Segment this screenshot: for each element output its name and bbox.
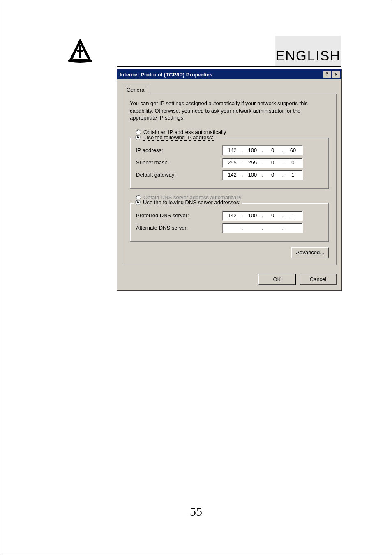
radio-use-ip[interactable]: Use the following IP address: [134, 134, 216, 141]
label-gateway: Default gateway: [136, 172, 222, 178]
ip-octet[interactable]: 255 [246, 159, 258, 166]
document-page: ENGLISH Internet Protocol (TCP/IP) Prope… [0, 0, 392, 555]
input-subnet-mask[interactable]: 255. 255. 0. 0 [222, 158, 303, 168]
field-preferred-dns: Preferred DNS server: 142. 100. 0. 1 [136, 211, 323, 221]
dot-icon: . [281, 172, 284, 178]
dot-icon: . [241, 147, 244, 153]
dot-icon: . [241, 212, 244, 219]
input-preferred-dns[interactable]: 142. 100. 0. 1 [222, 211, 303, 221]
advanced-row: Advanced... [130, 247, 329, 258]
svg-point-1 [68, 59, 92, 63]
label-subnet: Subnet mask: [136, 159, 222, 166]
dot-icon: . [281, 212, 284, 219]
field-alternate-dns: Alternate DNS server: . . . [136, 223, 323, 233]
label-preferred-dns: Preferred DNS server: [136, 212, 222, 219]
header-underline [117, 66, 341, 67]
radio-use-dns[interactable]: Use the following DNS server addresses: [134, 199, 242, 205]
dot-icon: . [241, 172, 244, 178]
dot-icon: . [261, 212, 264, 219]
dialog-button-row: OK Cancel [117, 270, 341, 290]
ip-octet[interactable]: 100 [246, 147, 258, 153]
dot-icon: . [281, 147, 284, 153]
ip-octet[interactable]: 0 [287, 159, 299, 166]
ip-octet[interactable]: 1 [287, 212, 299, 219]
ip-groupbox: Use the following IP address: IP address… [130, 138, 329, 189]
ip-octet[interactable]: 1 [287, 172, 299, 178]
dot-icon: . [281, 159, 284, 166]
radio-label: Use the following DNS server addresses: [143, 199, 240, 205]
dot-icon: . [261, 225, 264, 231]
field-subnet: Subnet mask: 255. 255. 0. 0 [136, 158, 323, 168]
ip-octet[interactable]: 142 [226, 212, 238, 219]
tcpip-properties-dialog: Internet Protocol (TCP/IP) Properties ? … [117, 69, 342, 291]
ip-octet[interactable]: 255 [226, 159, 238, 166]
tab-baseline [122, 94, 337, 94]
ip-octet[interactable]: 100 [246, 212, 258, 219]
advanced-button[interactable]: Advanced... [291, 247, 329, 258]
radio-icon [135, 135, 141, 140]
ip-octet[interactable]: 142 [226, 172, 238, 178]
field-ip-address: IP address: 142. 100. 0. 60 [136, 145, 323, 155]
brand-logo [66, 39, 94, 64]
input-alternate-dns[interactable]: . . . [222, 223, 303, 233]
ip-octet[interactable]: 0 [267, 159, 279, 166]
close-button[interactable]: × [332, 71, 340, 78]
input-default-gateway[interactable]: 142. 100. 0. 1 [222, 170, 303, 180]
dialog-title: Internet Protocol (TCP/IP) Properties [120, 71, 212, 78]
dialog-titlebar[interactable]: Internet Protocol (TCP/IP) Properties ? … [117, 69, 341, 79]
ip-octet[interactable]: 100 [246, 172, 258, 178]
dot-icon: . [241, 225, 244, 231]
ip-octet[interactable]: 0 [267, 172, 279, 178]
radio-icon [135, 200, 141, 205]
label-ip: IP address: [136, 147, 222, 153]
label-alternate-dns: Alternate DNS server: [136, 225, 222, 231]
ip-octet[interactable]: 142 [226, 147, 238, 153]
cancel-button[interactable]: Cancel [300, 274, 337, 285]
dot-icon: . [261, 159, 264, 166]
tab-strip: General [122, 83, 337, 94]
general-panel: You can get IP settings assigned automat… [122, 94, 337, 265]
ip-octet[interactable]: 60 [287, 147, 299, 153]
dot-icon: . [261, 172, 264, 178]
input-ip-address[interactable]: 142. 100. 0. 60 [222, 145, 303, 155]
ok-button[interactable]: OK [258, 274, 295, 285]
dot-icon: . [281, 225, 284, 231]
description-text: You can get IP settings assigned automat… [130, 100, 329, 122]
ip-octet[interactable]: 0 [267, 212, 279, 219]
svg-rect-3 [77, 50, 83, 52]
language-label: ENGLISH [275, 48, 341, 64]
page-number: 55 [0, 504, 392, 518]
dialog-client: General You can get IP settings assigned… [117, 79, 341, 270]
dns-groupbox: Use the following DNS server addresses: … [130, 203, 329, 242]
field-gateway: Default gateway: 142. 100. 0. 1 [136, 170, 323, 180]
radio-label: Use the following IP address: [143, 134, 214, 141]
ip-octet[interactable]: 0 [267, 147, 279, 153]
dot-icon: . [261, 147, 264, 153]
tab-general[interactable]: General [122, 85, 150, 94]
dot-icon: . [241, 159, 244, 166]
help-button[interactable]: ? [323, 71, 331, 78]
